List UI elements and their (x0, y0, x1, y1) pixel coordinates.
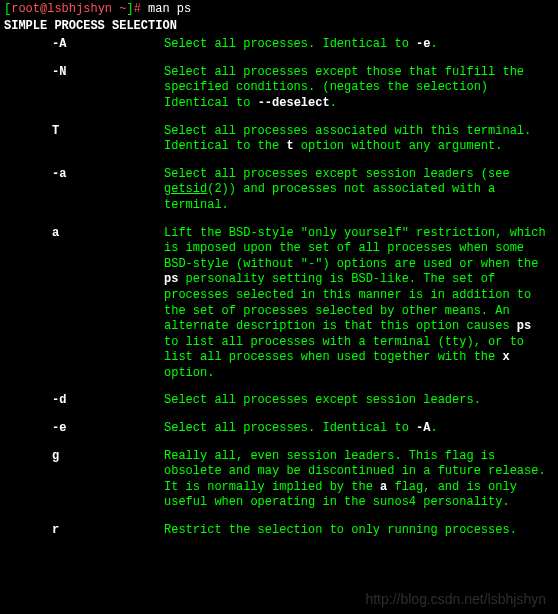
option-row: -aSelect all processes except session le… (4, 167, 554, 214)
command-text: man ps (148, 2, 191, 16)
option-description: Select all processes. Identical to -e. (100, 37, 446, 53)
option-row: aLift the BSD-style "only yourself" rest… (4, 226, 554, 382)
option-description: Select all processes except those that f… (100, 65, 554, 112)
option-flag: T (4, 124, 100, 140)
option-flag: -d (4, 393, 100, 409)
option-row: TSelect all processes associated with th… (4, 124, 554, 155)
option-row: -ASelect all processes. Identical to -e. (4, 37, 554, 53)
option-description: Lift the BSD-style "only yourself" restr… (100, 226, 554, 382)
option-row: rRestrict the selection to only running … (4, 523, 554, 539)
prompt-user: root (11, 2, 40, 16)
prompt-path: ~ (112, 2, 126, 16)
option-flag: r (4, 523, 100, 539)
option-row: -NSelect all processes except those that… (4, 65, 554, 112)
option-description: Really all, even session leaders. This f… (100, 449, 554, 511)
option-flag: -A (4, 37, 100, 53)
option-flag: a (4, 226, 100, 242)
option-description: Select all processes associated with thi… (100, 124, 554, 155)
prompt-host: lsbhjshyn (47, 2, 112, 16)
option-flag: -a (4, 167, 100, 183)
option-description: Select all processes except session lead… (100, 167, 554, 214)
prompt-line: [root@lsbhjshyn ~]# man ps (4, 2, 554, 18)
prompt-hash: # (134, 2, 148, 16)
option-row: gReally all, even session leaders. This … (4, 449, 554, 511)
option-description: Select all processes. Identical to -A. (100, 421, 446, 437)
option-flag: -e (4, 421, 100, 437)
option-row: -eSelect all processes. Identical to -A. (4, 421, 554, 437)
option-flag: g (4, 449, 100, 465)
options-list: -ASelect all processes. Identical to -e.… (4, 37, 554, 538)
option-flag: -N (4, 65, 100, 81)
terminal-viewport[interactable]: [root@lsbhjshyn ~]# man ps SIMPLE PROCES… (0, 0, 558, 541)
prompt-close-bracket: ] (126, 2, 133, 16)
option-description: Select all processes except session lead… (100, 393, 489, 409)
option-row: -dSelect all processes except session le… (4, 393, 554, 409)
section-header: SIMPLE PROCESS SELECTION (4, 19, 554, 35)
option-description: Restrict the selection to only running p… (100, 523, 525, 539)
